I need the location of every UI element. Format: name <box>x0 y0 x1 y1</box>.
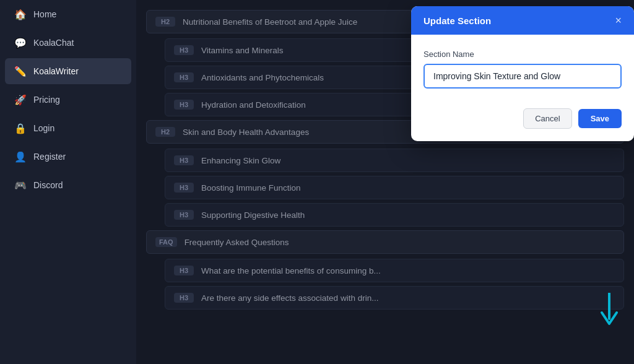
rocket-icon: 🚀 <box>15 94 26 105</box>
modal-header: Update Section × <box>411 6 634 35</box>
save-button[interactable]: Save <box>578 109 622 128</box>
section-name-input[interactable] <box>423 64 622 89</box>
sidebar-item-label: Login <box>33 123 54 133</box>
discord-icon: 🎮 <box>15 180 26 191</box>
arrow-indicator <box>598 293 620 330</box>
update-section-modal: Update Section × Section Name Cancel Sav… <box>411 6 634 141</box>
main-content: H2Nutritional Benefits of Beetroot and A… <box>136 0 634 364</box>
modal-footer: Cancel Save <box>411 98 634 141</box>
sidebar-item-koalachat[interactable]: 💬 KoalaChat <box>5 30 131 56</box>
sidebar-item-label: Discord <box>33 180 63 190</box>
sidebar: 🏠 Home 💬 KoalaChat ✏️ KoalaWriter 🚀 Pric… <box>0 0 136 364</box>
sidebar-item-label: KoalaChat <box>33 38 74 48</box>
cancel-button[interactable]: Cancel <box>523 108 571 129</box>
writer-icon: ✏️ <box>15 66 26 77</box>
arrow-down-icon <box>598 293 620 330</box>
chat-icon: 💬 <box>15 37 26 48</box>
sidebar-item-discord[interactable]: 🎮 Discord <box>5 172 131 198</box>
sidebar-item-pricing[interactable]: 🚀 Pricing <box>5 87 131 113</box>
user-icon: 👤 <box>15 151 26 162</box>
modal-overlay: Update Section × Section Name Cancel Sav… <box>136 0 634 364</box>
home-icon: 🏠 <box>15 9 26 20</box>
lock-icon: 🔒 <box>15 123 26 134</box>
sidebar-item-login[interactable]: 🔒 Login <box>5 115 131 141</box>
sidebar-item-label: Register <box>33 152 66 162</box>
sidebar-item-koalawriter[interactable]: ✏️ KoalaWriter <box>5 58 131 84</box>
section-name-label: Section Name <box>423 50 622 59</box>
sidebar-item-home[interactable]: 🏠 Home <box>5 1 131 27</box>
modal-body: Section Name <box>411 35 634 98</box>
sidebar-item-label: KoalaWriter <box>33 66 79 76</box>
sidebar-item-label: Pricing <box>33 95 60 105</box>
modal-title: Update Section <box>423 15 491 26</box>
sidebar-item-register[interactable]: 👤 Register <box>5 144 131 170</box>
close-button[interactable]: × <box>615 15 622 26</box>
sidebar-item-label: Home <box>33 9 56 19</box>
